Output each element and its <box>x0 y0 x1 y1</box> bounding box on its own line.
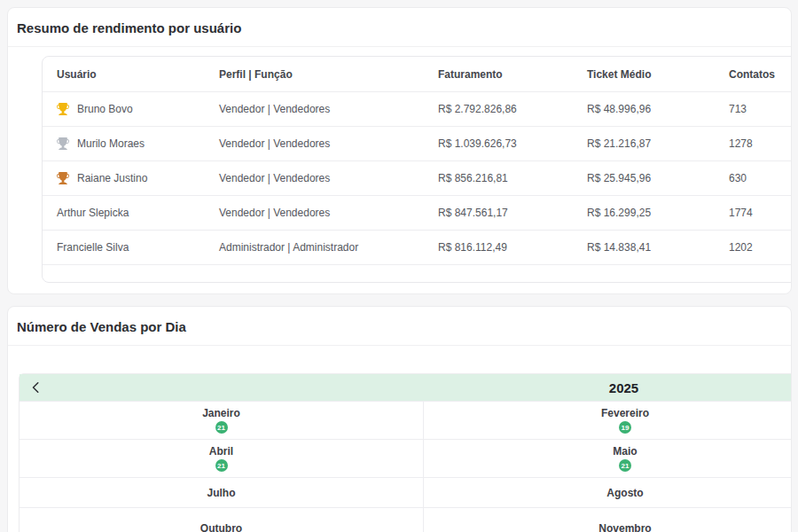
month-name: Novembro <box>598 522 651 532</box>
avg-ticket-cell: R$ 21.216,87 <box>573 127 715 161</box>
avg-ticket-cell: R$ 48.996,96 <box>573 92 715 127</box>
table-row: Raiane Justino Vendedor | Vendedores R$ … <box>43 161 792 196</box>
table-row: Bruno Bovo Vendedor | Vendedores R$ 2.79… <box>43 92 792 127</box>
calendar-year-label: 2025 <box>609 380 638 395</box>
summary-card-title: Resumo de rendimento por usuário <box>8 8 791 47</box>
calendar-month-cell[interactable]: Maio 21 <box>423 439 792 477</box>
sales-count-badge: 19 <box>619 421 631 434</box>
contacts-cell: 713 <box>715 92 792 127</box>
revenue-cell: R$ 847.561,17 <box>424 196 573 231</box>
trophy-icon <box>57 137 69 150</box>
revenue-cell: R$ 2.792.826,86 <box>424 92 573 127</box>
sales-per-day-card: Número de Vendas por Dia 2025 Janeiro 21… <box>7 306 792 532</box>
sales-count-badge: 21 <box>215 459 228 472</box>
table-row: Francielle Silva Administrador | Adminis… <box>43 231 792 265</box>
column-header-faturamento: Faturamento <box>424 57 573 92</box>
calendar-month-cell[interactable]: Novembro <box>423 507 792 532</box>
calendar-month-cell[interactable]: Julho <box>20 477 423 507</box>
sales-count-badge: 21 <box>215 421 228 434</box>
user-name: Francielle Silva <box>57 241 129 254</box>
calendar-header: 2025 <box>20 374 792 401</box>
year-calendar: 2025 Janeiro 21 Fevereiro 19 Abril 21 Ma… <box>19 373 792 532</box>
user-name: Arthur Slepicka <box>57 207 129 219</box>
calendar-month-cell[interactable]: Outubro <box>20 507 423 532</box>
user-name: Murilo Moraes <box>77 137 145 150</box>
profile-role-cell: Administrador | Administrador <box>205 231 424 265</box>
month-name: Julho <box>207 487 236 499</box>
month-name: Agosto <box>606 487 643 499</box>
contacts-cell: 1774 <box>715 196 792 231</box>
month-name: Janeiro <box>202 407 240 419</box>
avg-ticket-cell: R$ 14.838,41 <box>573 231 715 265</box>
column-header-contatos: Contatos <box>715 57 792 92</box>
sales-card-title: Número de Vendas por Dia <box>8 307 791 346</box>
table-row: Arthur Slepicka Vendedor | Vendedores R$… <box>43 196 792 231</box>
month-name: Outubro <box>200 522 242 532</box>
trophy-icon <box>57 172 69 184</box>
calendar-month-cell[interactable]: Janeiro 21 <box>20 401 423 439</box>
user-performance-card: Resumo de rendimento por usuário Usuário… <box>7 7 792 294</box>
month-name: Maio <box>613 445 637 458</box>
calendar-month-cell[interactable]: Fevereiro 19 <box>423 401 792 439</box>
user-name: Bruno Bovo <box>77 103 133 115</box>
user-name: Raiane Justino <box>77 172 147 184</box>
avg-ticket-cell: R$ 16.299,25 <box>573 196 715 231</box>
contacts-cell: 630 <box>715 161 792 196</box>
sales-count-badge: 21 <box>619 459 631 472</box>
revenue-cell: R$ 816.112,49 <box>424 231 573 265</box>
trophy-icon <box>57 103 69 115</box>
column-header-usuario: Usuário <box>43 57 205 92</box>
previous-year-button[interactable] <box>30 374 51 401</box>
profile-role-cell: Vendedor | Vendedores <box>205 127 424 161</box>
profile-role-cell: Vendedor | Vendedores <box>205 161 424 196</box>
month-name: Fevereiro <box>601 407 649 419</box>
calendar-month-cell[interactable]: Abril 21 <box>20 439 423 477</box>
column-header-perfil: Perfil | Função <box>205 57 424 92</box>
chevron-left-icon <box>30 381 43 394</box>
profile-role-cell: Vendedor | Vendedores <box>205 92 424 127</box>
month-name: Abril <box>209 445 233 458</box>
column-header-ticket: Ticket Médio <box>573 57 715 92</box>
table-row: Murilo Moraes Vendedor | Vendedores R$ 1… <box>43 127 792 161</box>
profile-role-cell: Vendedor | Vendedores <box>205 196 424 231</box>
avg-ticket-cell: R$ 25.945,96 <box>573 161 715 196</box>
revenue-cell: R$ 856.216,81 <box>424 161 573 196</box>
contacts-cell: 1278 <box>715 127 792 161</box>
table-header-row: Usuário Perfil | Função Faturamento Tick… <box>43 57 792 92</box>
calendar-month-cell[interactable]: Agosto <box>423 477 792 507</box>
revenue-cell: R$ 1.039.626,73 <box>424 127 573 161</box>
contacts-cell: 1202 <box>715 231 792 265</box>
user-performance-table: Usuário Perfil | Função Faturamento Tick… <box>42 56 792 283</box>
